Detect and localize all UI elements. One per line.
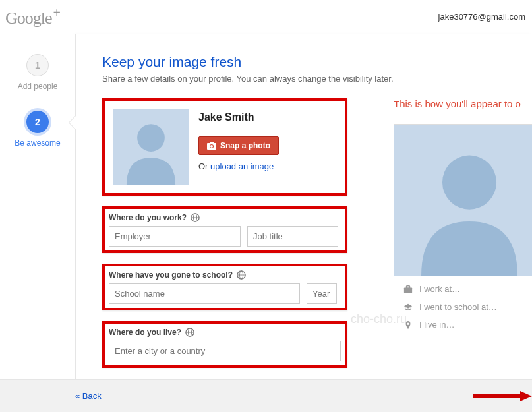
employer-input[interactable] (109, 226, 241, 247)
svg-point-1 (137, 124, 165, 152)
logo-plus: + (53, 5, 60, 20)
preview-school-row: I went to school at… (394, 298, 532, 316)
graduation-cap-icon (403, 303, 413, 312)
school-label: Where have you gone to school? (109, 270, 341, 280)
briefcase-icon (403, 285, 413, 294)
user-email[interactable]: jake30776@gmail.com (438, 12, 525, 22)
svg-rect-18 (406, 285, 409, 288)
camera-icon (207, 142, 216, 150)
svg-point-19 (407, 322, 409, 325)
step-2-circle: 2 (26, 111, 49, 133)
page-title: Keep your image fresh (102, 54, 532, 70)
live-label: Where do you live? (109, 328, 341, 337)
school-section: Where have you gone to school? (102, 264, 347, 310)
svg-marker-21 (520, 391, 532, 401)
step-2[interactable]: 2 Be awesome (0, 111, 75, 148)
job-title-input[interactable] (247, 226, 338, 247)
globe-icon[interactable] (185, 328, 194, 337)
preview-avatar (394, 125, 532, 276)
avatar-placeholder-icon (394, 125, 532, 276)
logo: Google+ (5, 5, 60, 28)
arrow-right-icon (473, 390, 532, 403)
logo-text: Google (5, 9, 52, 28)
preview-card: I work at… I went to school at… I live i… (394, 124, 532, 338)
svg-rect-3 (210, 142, 214, 144)
step-1[interactable]: 1 Add people (0, 54, 75, 91)
globe-icon[interactable] (191, 213, 200, 222)
avatar-placeholder-icon (113, 109, 189, 185)
city-input[interactable] (109, 341, 341, 361)
back-link[interactable]: « Back (75, 391, 102, 401)
snap-photo-label: Snap a photo (220, 141, 270, 150)
live-section: Where do you live? (102, 321, 347, 368)
content-area: Keep your image fresh Share a few detail… (75, 34, 532, 379)
work-section: Where do you work? (102, 206, 347, 253)
profile-name: Jake Smith (198, 111, 279, 123)
work-label: Where do you work? (109, 213, 341, 222)
page-subtitle: Share a few details on your profile. You… (102, 74, 532, 84)
svg-point-5 (210, 145, 213, 148)
upload-image-link[interactable]: upload an image (210, 162, 274, 171)
preview-work-row: I work at… (394, 280, 532, 298)
preview-title: This is how you'll appear to o (394, 98, 532, 109)
school-year-input[interactable] (307, 283, 337, 304)
globe-icon[interactable] (237, 270, 246, 280)
profile-avatar[interactable] (113, 109, 189, 185)
step-2-label: Be awesome (0, 138, 75, 148)
step-1-label: Add people (0, 82, 75, 91)
profile-section: Jake Smith Snap a photo (102, 98, 347, 196)
map-pin-icon (403, 320, 413, 330)
preview-live-row: I live in… (394, 316, 532, 334)
footer: « Back (0, 379, 532, 412)
school-name-input[interactable] (109, 283, 300, 304)
snap-photo-button[interactable]: Snap a photo (198, 136, 279, 155)
upload-alternative: Or upload an image (198, 162, 279, 171)
top-bar: Google+ jake30776@gmail.com (0, 0, 532, 34)
step-1-circle: 1 (26, 54, 49, 76)
svg-point-16 (442, 156, 496, 210)
sidebar: 1 Add people 2 Be awesome (0, 34, 75, 379)
